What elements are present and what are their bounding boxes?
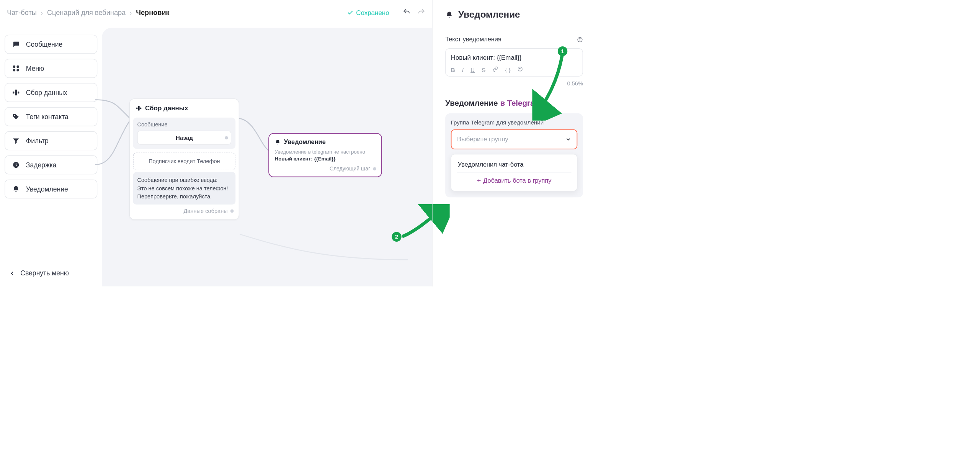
panel-title: Уведомление xyxy=(445,9,583,20)
telegram-group-box: Группа Telegram для уведомлений Выберите… xyxy=(445,113,583,197)
node-notification[interactable]: Уведомление Уведомление в telegram не на… xyxy=(268,133,382,177)
dropdown-option[interactable]: Уведомления чат-бота xyxy=(457,160,571,173)
clock-icon xyxy=(12,161,20,169)
field-label: Группа Telegram для уведомлений xyxy=(451,119,578,126)
svg-rect-5 xyxy=(13,92,14,93)
message-preview: Новый клиент: {{Email}} xyxy=(269,155,381,164)
save-status: Сохранено xyxy=(347,9,389,16)
sidebar-item-label: Уведомление xyxy=(26,185,68,193)
sidebar-item-message[interactable]: Сообщение xyxy=(5,35,97,54)
breadcrumb-item[interactable]: Сценарий для вебинара xyxy=(47,9,126,17)
field-label: Текст уведомления xyxy=(445,36,501,43)
settings-panel: Уведомление Текст уведомления Новый клие… xyxy=(432,0,593,286)
underline-button[interactable]: U xyxy=(470,66,475,73)
edge xyxy=(239,190,410,265)
sidebar-item-label: Сообщение xyxy=(26,41,63,48)
bell-icon xyxy=(445,11,453,19)
message-icon xyxy=(12,40,20,48)
quick-reply-button[interactable]: Назад xyxy=(137,131,231,145)
svg-rect-10 xyxy=(136,108,137,109)
output-port[interactable] xyxy=(230,209,234,213)
sidebar-item-label: Сбор данных xyxy=(26,89,67,97)
group-select[interactable]: Выберите группу xyxy=(451,129,578,149)
sidebar-item-filter[interactable]: Фильтр xyxy=(5,131,97,151)
output-port[interactable] xyxy=(373,167,376,170)
sidebar-item-label: Задержка xyxy=(26,161,57,169)
block-palette: Сообщение Меню Сбор данных Теги контакта… xyxy=(0,26,102,286)
node-title: Сбор данных xyxy=(130,99,239,116)
node-title: Уведомление xyxy=(269,134,381,148)
undo-button[interactable] xyxy=(403,8,411,18)
sidebar-item-menu[interactable]: Меню xyxy=(5,59,97,78)
label: Сообщение xyxy=(137,121,231,128)
info-icon[interactable] xyxy=(577,36,583,43)
chevron-down-icon xyxy=(565,137,571,142)
output-label: Следующий шаг xyxy=(330,165,370,172)
link-button[interactable] xyxy=(493,66,498,73)
breadcrumb: Чат-боты › Сценарий для вебинара › Черно… xyxy=(0,0,432,26)
breadcrumb-current: Черновик xyxy=(136,9,169,17)
sidebar-item-tags[interactable]: Теги контакта xyxy=(5,107,97,126)
italic-button[interactable]: I xyxy=(462,66,464,73)
sidebar-item-label: Меню xyxy=(26,65,44,72)
svg-rect-3 xyxy=(16,69,19,71)
chevron-down-icon xyxy=(544,100,549,105)
svg-rect-6 xyxy=(18,92,19,93)
group-dropdown: Уведомления чат-бота + Добавить бота в г… xyxy=(451,154,578,191)
chevron-right-icon: › xyxy=(130,9,132,16)
filter-icon xyxy=(12,137,20,145)
form-icon xyxy=(12,88,20,97)
svg-rect-11 xyxy=(140,108,141,109)
svg-point-17 xyxy=(521,69,521,69)
annotation-badge: 2 xyxy=(392,232,401,242)
bell-icon xyxy=(275,139,281,145)
node-collect-data[interactable]: Сбор данных Сообщение Назад Подписчик вв… xyxy=(129,98,239,220)
breadcrumb-item[interactable]: Чат-боты xyxy=(7,9,37,17)
form-icon xyxy=(136,105,142,111)
flow-canvas[interactable]: Сбор данных Сообщение Назад Подписчик вв… xyxy=(102,28,432,286)
bold-button[interactable]: B xyxy=(451,66,455,73)
svg-rect-9 xyxy=(138,106,140,111)
chevron-left-icon xyxy=(9,270,15,276)
annotation-badge: 1 xyxy=(558,46,567,56)
svg-rect-4 xyxy=(15,90,17,95)
sidebar-item-collect[interactable]: Сбор данных xyxy=(5,83,97,102)
add-bot-button[interactable]: + Добавить бота в группу xyxy=(457,177,571,185)
char-usage: 0.56% xyxy=(445,80,583,87)
strike-button[interactable]: S xyxy=(482,66,485,73)
check-icon xyxy=(347,10,353,16)
sidebar-item-label: Теги контакта xyxy=(26,113,69,121)
sidebar-item-notify[interactable]: Уведомление xyxy=(5,180,97,199)
emoji-button[interactable] xyxy=(518,66,523,73)
chevron-right-icon: › xyxy=(41,9,43,16)
svg-point-7 xyxy=(14,115,15,116)
svg-point-15 xyxy=(518,67,523,71)
svg-rect-0 xyxy=(13,65,15,68)
input-prompt: Подписчик вводит Телефон xyxy=(133,152,236,170)
sidebar-item-delay[interactable]: Задержка xyxy=(5,155,97,175)
redo-button[interactable] xyxy=(418,8,426,18)
grid-icon xyxy=(12,64,20,72)
variable-button[interactable]: { } xyxy=(505,66,510,73)
tag-icon xyxy=(12,113,20,121)
svg-rect-1 xyxy=(16,65,19,68)
error-message-preview: Сообщение при ошибке ввода: Это не совсе… xyxy=(133,172,236,205)
svg-point-16 xyxy=(519,69,520,69)
sidebar-item-label: Фильтр xyxy=(26,137,49,145)
bell-icon xyxy=(12,185,20,193)
output-port[interactable] xyxy=(225,136,228,139)
svg-rect-2 xyxy=(13,69,15,71)
warning-text: Уведомление в telegram не настроено xyxy=(269,148,381,155)
telegram-section-heading[interactable]: Уведомление в Telegram xyxy=(445,98,583,108)
editor-toolbar: B I U S { } xyxy=(451,66,578,73)
output-label: Данные собраны xyxy=(184,208,228,214)
editor-content[interactable]: Новый клиент: {{Email}} xyxy=(451,54,578,61)
collapse-sidebar[interactable]: Свернуть меню xyxy=(5,265,97,282)
svg-point-14 xyxy=(580,38,580,39)
